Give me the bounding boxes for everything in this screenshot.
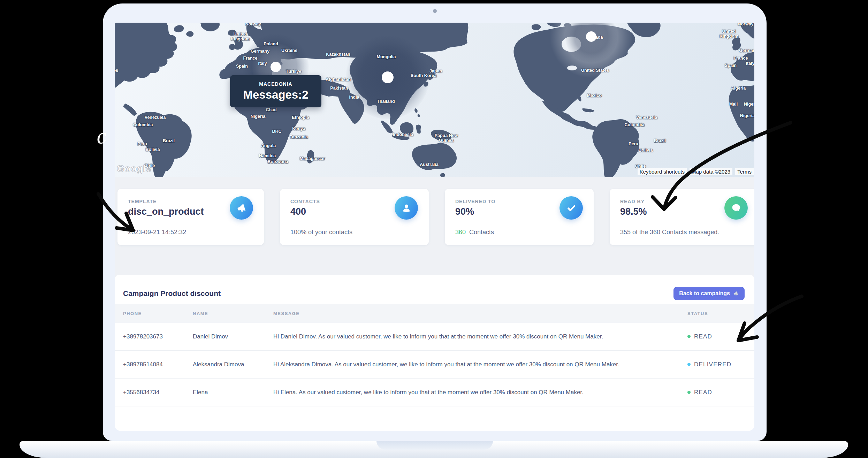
map-country-label: Spain	[236, 64, 248, 69]
stat-card-delivered: DELIVERED TO 90% 360Contacts	[445, 189, 594, 245]
map-country-label: Germany	[251, 49, 269, 54]
column-header-name: NAME	[193, 311, 273, 316]
map-country-label: Peru	[629, 142, 638, 147]
map-country-label: Poland	[264, 42, 278, 47]
map-country-label: Nigeria	[740, 114, 754, 119]
map-country-label: Peru	[137, 142, 147, 147]
map-country-label: Kazakhstan	[326, 52, 350, 57]
check-icon	[559, 196, 583, 220]
column-header-message: MESSAGE	[273, 311, 687, 316]
map-country-label: DRC	[272, 129, 281, 134]
map-country-label: United Kingdom	[717, 29, 741, 39]
stat-card-read: READ BY 98.5% 355 of the 360 Contacts me…	[610, 189, 754, 245]
stat-card-contacts: CONTACTS 400 100% of your contacts	[280, 189, 429, 245]
row-name: Elena	[193, 389, 273, 396]
map-country-label: United States	[581, 68, 609, 73]
column-header-phone: PHONE	[123, 311, 193, 316]
back-to-campaigns-button[interactable]: Back to campaings	[673, 287, 745, 300]
message-marker-icon[interactable]	[586, 31, 596, 42]
stat-card-template: TEMPLATE disc_on_product 2023-09-21 14:5…	[117, 189, 264, 245]
map-country-label: Ukraine	[281, 48, 297, 53]
row-status: READ	[687, 389, 754, 396]
campaign-title: Campaign Product discount	[123, 289, 221, 298]
map-country-label: Thailand	[377, 99, 395, 104]
stat-subtext: 2023-09-21 14:52:32	[128, 229, 186, 236]
map-country-label: India	[349, 95, 359, 100]
map-tooltip: MACEDONIA Messages:2	[230, 75, 321, 107]
map-country-label: Venezuela	[636, 115, 657, 120]
row-phone: +38978514084	[123, 361, 193, 368]
map-country-label: Colombia	[133, 123, 153, 128]
laptop-mockup: United StatesNorwayUnited KingdomPolandG…	[103, 3, 767, 441]
table-row: +38978203673 Daniel Dimov Hi Daniel Dimo…	[115, 323, 754, 351]
map-country-label: Japan	[429, 69, 442, 74]
row-name: Daniel Dimov	[193, 333, 273, 340]
row-message: Hi Daniel Dimov. As our valued customer,…	[273, 333, 687, 340]
status-label: READ	[694, 389, 712, 396]
table-row: +38978514084 Aleksandra Dimova Hi Aleksa…	[115, 351, 754, 379]
map-country-label: Mali	[729, 102, 738, 107]
map-country-label: Brazil	[654, 139, 666, 144]
message-marker-icon[interactable]	[382, 71, 394, 83]
laptop-camera-icon	[433, 9, 437, 13]
terms-link[interactable]: Terms	[735, 168, 754, 175]
back-button-label: Back to campaings	[679, 290, 730, 297]
map-country-label: Kenya	[292, 127, 305, 131]
row-phone: +3556834734	[123, 389, 193, 396]
map-country-label: Norway	[738, 23, 753, 27]
status-dot-icon	[687, 363, 691, 366]
row-status: READ	[687, 333, 754, 340]
chat-icon	[724, 196, 748, 220]
map-country-label: Botswana	[267, 160, 288, 165]
tooltip-messages-count: Messages:2	[243, 88, 308, 101]
person-icon	[395, 196, 418, 220]
map-country-label: Chad	[266, 108, 276, 113]
map-country-label: Spain	[725, 63, 737, 68]
map-country-label: Pakistan	[330, 86, 348, 91]
map-country-label: Brazil	[163, 139, 175, 144]
map-country-label: Afghanistan	[326, 77, 351, 82]
table-header-row: PHONE NAME MESSAGE STATUS	[115, 304, 754, 323]
map-country-label: Italy	[258, 61, 267, 66]
map-country-label: Madagascar	[300, 157, 325, 161]
map-country-label: Algeria	[731, 86, 746, 91]
status-dot-icon	[687, 335, 691, 338]
laptop-base	[20, 441, 848, 458]
map-country-label: Angola	[261, 144, 276, 148]
map-country-label: Indonesia	[393, 132, 413, 137]
map-country-label: Bolivia	[639, 148, 653, 153]
map-country-label: Norway	[245, 23, 261, 27]
map-country-label: Niger	[744, 102, 754, 107]
map-country-label: Papua New Guinea	[432, 133, 461, 143]
row-message: Hi Elena. As our valued customer, we lik…	[273, 389, 687, 396]
map-country-label: Namibia	[259, 154, 276, 159]
google-logo[interactable]: Google	[117, 163, 151, 174]
status-dot-icon	[687, 391, 691, 394]
keyboard-shortcuts-link[interactable]: Keyboard shortcuts	[638, 168, 687, 175]
map-country-label: South Korea	[411, 74, 436, 78]
campaign-panel: Campaign Product discount Back to campai…	[115, 275, 754, 431]
stat-subtext: 100% of your contacts	[290, 229, 352, 236]
map-country-label: United States	[115, 68, 118, 73]
row-phone: +38978203673	[123, 333, 193, 340]
map-country-label: Australia	[420, 162, 439, 167]
delivered-count: 360	[455, 229, 466, 236]
megaphone-icon	[230, 196, 253, 220]
dashboard-screen: United StatesNorwayUnited KingdomPolandG…	[115, 23, 754, 431]
row-name: Aleksandra Dimova	[193, 361, 273, 368]
message-marker-icon[interactable]	[271, 62, 281, 72]
map-country-label: Germany	[739, 48, 754, 53]
laptop-base-notch	[376, 441, 493, 450]
table-row: +3556834734 Elena Hi Elena. As our value…	[115, 379, 754, 406]
map-country-label: Mexico	[587, 93, 602, 98]
map-country-label: Nigeria	[251, 114, 265, 119]
map-country-label: Ethiopia	[292, 115, 309, 120]
map-continents	[115, 23, 754, 177]
column-header-status: STATUS	[687, 311, 754, 316]
map-country-label: Türkiye	[286, 69, 301, 74]
world-map[interactable]: United StatesNorwayUnited KingdomPolandG…	[115, 23, 754, 177]
stat-subtext: 360Contacts	[455, 229, 494, 236]
map-country-label: United Kingdom	[228, 32, 252, 42]
delivered-unit: Contacts	[469, 229, 494, 236]
tooltip-country-label: MACEDONIA	[259, 81, 292, 87]
